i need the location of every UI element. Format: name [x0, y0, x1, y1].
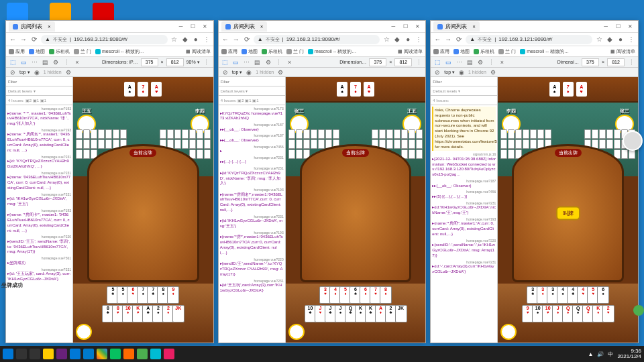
- maximize-button[interactable]: ☐: [400, 22, 411, 32]
- share-icon[interactable]: ☆: [170, 36, 178, 44]
- source-icon[interactable]: ▤: [41, 58, 49, 66]
- filter-input[interactable]: [433, 80, 495, 84]
- close-devtools-icon[interactable]: ×: [498, 58, 506, 66]
- log-entry[interactable]: homepage.vue?231▸▸{…} {…} {…}: [220, 156, 284, 165]
- hand-card[interactable]: 2♥: [602, 305, 614, 322]
- bookmark-item[interactable]: 应用: [433, 48, 449, 55]
- more-icon[interactable]: ⋮: [203, 58, 211, 66]
- settings-icon[interactable]: ⚙: [276, 68, 284, 76]
- close-button[interactable]: ✕: [200, 22, 211, 32]
- context-select[interactable]: top ▾: [232, 70, 243, 75]
- maximize-button[interactable]: ☐: [612, 22, 623, 32]
- device-icon[interactable]: ▭: [444, 58, 452, 66]
- context-select[interactable]: top ▾: [444, 70, 455, 75]
- eye-icon[interactable]: ◉: [245, 68, 253, 76]
- log-entry[interactable]: homepage.vue?231▸{id:'王五玩',card:Array(3)…: [220, 279, 284, 294]
- reload-button[interactable]: ⟳: [243, 36, 251, 44]
- device-icon[interactable]: ▭: [19, 58, 28, 66]
- levels-select[interactable]: Default levels ▾: [433, 88, 460, 93]
- log-entry[interactable]: homepage.vue?231▸{id:'KYQzTRQoZXczxzCYAH…: [220, 166, 284, 186]
- filter-input[interactable]: [221, 80, 283, 84]
- log-entry[interactable]: homepage.vue?187▸▸{__ob__: Observer}: [220, 133, 284, 143]
- minimize-button[interactable]: ─: [388, 22, 398, 32]
- forward-button[interactable]: →: [444, 36, 452, 44]
- zoom-select[interactable]: 90% ▾: [186, 60, 200, 65]
- bookmark-item[interactable]: 地图: [29, 48, 45, 55]
- log-entry[interactable]: homepage.vue?187▸▸{__ob__: Observer}: [220, 123, 284, 132]
- browser-tab[interactable]: 房间列表×: [221, 21, 268, 32]
- eye-icon[interactable]: ◉: [458, 68, 466, 76]
- more-icon[interactable]: ⋮: [415, 58, 423, 66]
- elements-icon[interactable]: ⋯: [30, 58, 38, 66]
- settings-icon[interactable]: ⚙: [476, 58, 484, 66]
- log-entry[interactable]: homepage.vue?173▸KYQzTRQoZXc homepage.vu…: [220, 107, 284, 121]
- start-button[interactable]: [3, 349, 13, 359]
- back-button[interactable]: ←: [221, 36, 229, 44]
- width-input[interactable]: [141, 58, 158, 66]
- log-entry[interactable]: homepage.vue?220▸{sendID:'王',sendName:'-…: [220, 257, 284, 278]
- profile-icon[interactable]: ●: [192, 36, 200, 44]
- log-entry[interactable]: homepage.vue?456▸▸(3) [{…},{…},{…}]: [432, 190, 496, 199]
- console-log[interactable]: risks, Chrome deprecates requests to non…: [431, 105, 497, 343]
- log-entry[interactable]: homepage.vue?193▸{name: '* *', master1: …: [7, 107, 71, 127]
- hand-card[interactable]: 8♦: [380, 286, 392, 304]
- reload-button[interactable]: ⟳: [30, 36, 38, 44]
- hand-card[interactable]: 6♠: [597, 286, 609, 304]
- log-entry[interactable]: homepage.vue?231▸{id:'-',card:Array(3),c…: [432, 260, 496, 275]
- height-input[interactable]: [394, 58, 412, 66]
- profile-icon[interactable]: ●: [616, 36, 625, 44]
- app-icon[interactable]: [150, 349, 161, 359]
- close-button[interactable]: ✕: [412, 22, 423, 32]
- log-entry[interactable]: signal.min.js:16▸[2021-12- 04T01:35:38.6…: [432, 152, 496, 178]
- close-button[interactable]: ✕: [625, 22, 635, 32]
- bookmark-item[interactable]: 兰 门: [286, 48, 304, 55]
- issues-link[interactable]: 4 Issues:: [433, 99, 449, 103]
- bookmark-item[interactable]: 乐租机: [262, 48, 282, 55]
- log-entry[interactable]: homepage.vue?231▸{id: 'KYQzTRQoZXczxzCYA…: [7, 155, 71, 170]
- reload-button[interactable]: ⟳: [455, 36, 463, 44]
- share-icon[interactable]: ☆: [382, 36, 390, 44]
- inspect-icon[interactable]: ⬚: [9, 58, 17, 66]
- hand-card[interactable]: JK: [395, 305, 407, 322]
- app-icon[interactable]: [137, 349, 148, 359]
- clock[interactable]: 9:362021/12/4: [617, 349, 641, 359]
- edge-icon[interactable]: [70, 349, 80, 359]
- url-input[interactable]: ▲不安全|192.168.3.121:8080/#/: [466, 35, 592, 44]
- url-input[interactable]: ▲不安全|192.168.3.121:8080/#/: [41, 35, 168, 44]
- bookmark-item[interactable]: 兰 门: [498, 48, 516, 55]
- app-icon[interactable]: [164, 349, 174, 359]
- log-entry[interactable]: homepage.vue?361▸坐牌成功: [7, 256, 71, 265]
- maximize-button[interactable]: ☐: [188, 22, 199, 32]
- inspect-icon[interactable]: ⬚: [221, 58, 229, 66]
- extension-icon[interactable]: ◆: [181, 36, 189, 44]
- explorer-icon[interactable]: [43, 349, 54, 359]
- console-log[interactable]: homepage.vue?193▸{name: '* *', master1: …: [6, 105, 72, 343]
- minimize-button[interactable]: ─: [176, 22, 186, 32]
- vscode-icon[interactable]: [83, 349, 94, 359]
- log-entry[interactable]: homepage.vue?231▸{id: '王五玩家', card: Arra…: [7, 267, 71, 282]
- extension-icon[interactable]: ◆: [393, 36, 401, 44]
- width-input[interactable]: [369, 58, 386, 66]
- bookmark-item[interactable]: mescroll -- 精致的…: [308, 48, 357, 55]
- bookmark-item[interactable]: 地图: [241, 48, 258, 55]
- eye-icon[interactable]: ◉: [33, 68, 41, 76]
- clear-icon[interactable]: ⊘: [433, 68, 441, 76]
- console-log[interactable]: homepage.vue?173▸KYQzTRQoZXc homepage.vu…: [219, 105, 285, 343]
- log-entry[interactable]: homepage.vue?187▸▸{__ob__: Observer}: [432, 179, 496, 188]
- hand-card[interactable]: 9♦: [167, 286, 179, 304]
- levels-select[interactable]: Default levels ▾: [221, 88, 248, 93]
- back-button[interactable]: ←: [433, 36, 441, 44]
- source-icon[interactable]: ▤: [254, 58, 262, 66]
- tray-ime[interactable]: 中: [608, 351, 613, 358]
- elements-icon[interactable]: ⋯: [243, 58, 251, 66]
- search-icon[interactable]: [16, 349, 27, 359]
- log-entry[interactable]: homepage.vue?231▸{id:'lKH1wGyzCGLo6r--JX…: [432, 201, 496, 216]
- settings-icon[interactable]: ⚙: [489, 68, 497, 76]
- url-input[interactable]: ▲不安全|192.168.3.121:8080/#/: [254, 35, 380, 44]
- dimensions-label[interactable]: Dimensions: iP…: [102, 60, 138, 64]
- log-entry[interactable]: homepage.vue?193▸{name:'*房间*',master1:'A…: [432, 217, 496, 237]
- elements-icon[interactable]: ⋯: [455, 58, 463, 66]
- tray-icon[interactable]: 🔊: [597, 351, 604, 357]
- bookmark-item[interactable]: 乐租机: [49, 48, 70, 55]
- levels-select[interactable]: Default levels ▾: [8, 88, 36, 93]
